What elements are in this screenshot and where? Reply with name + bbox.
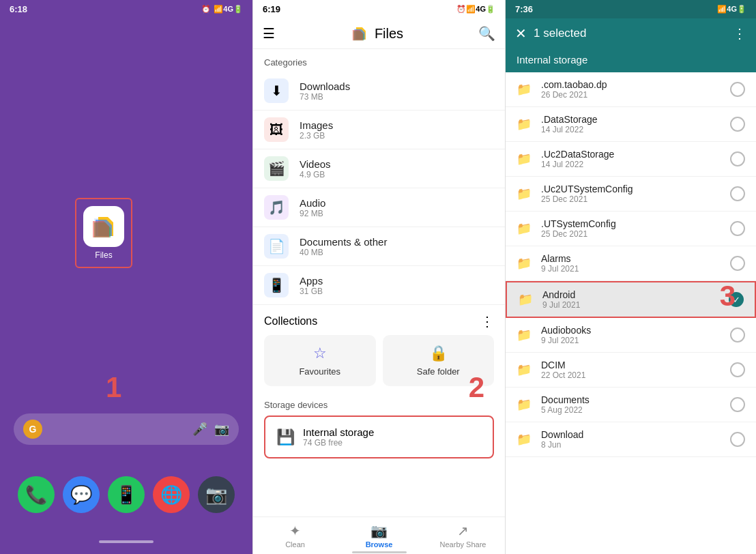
nav-clean[interactable]: ✦ Clean <box>253 523 337 549</box>
status-icons-text: ⏰📶4G🔋 <box>456 5 495 14</box>
collections-section: Collections ⋮ <box>253 305 505 335</box>
documents-icon: 📄 <box>264 234 289 259</box>
storage-section: Storage devices 💾 Internal storage 74 GB… <box>253 394 505 464</box>
lens-icon[interactable]: 📷 <box>214 422 229 437</box>
search-action-icons: 🎤 📷 <box>192 422 229 437</box>
apps-size: 31 GB <box>300 287 494 296</box>
files-title-text: Files <box>375 26 403 42</box>
android-info: Android 9 Jul 2021 <box>542 289 719 310</box>
alarms-date: 9 Jul 2021 <box>541 264 721 274</box>
folder-icon-audiobooks: 📁 <box>517 327 532 342</box>
dock-messages[interactable]: 💬 <box>63 476 100 513</box>
selected-count: 1 selected <box>534 27 726 40</box>
videos-name: Videos <box>300 158 494 170</box>
uc2datastorage-name: .Uc2DataStorage <box>541 149 721 160</box>
favourites-card[interactable]: ☆ Favourites <box>264 335 376 386</box>
dcim-name: DCIM <box>541 360 721 370</box>
category-documents[interactable]: 📄 Documents & other 40 MB <box>253 227 505 266</box>
folder-documents[interactable]: 📁 Documents 5 Aug 2022 <box>506 388 756 422</box>
internal-storage-toolbar: ✕ 1 selected ⋮ <box>506 18 756 48</box>
folder-datastorage[interactable]: 📁 .DataStorage 14 Jul 2022 <box>506 107 756 142</box>
folder-taobao[interactable]: 📁 .com.taobao.dp 26 Dec 2021 <box>506 72 756 107</box>
more-options-icon[interactable]: ⋮ <box>733 25 746 42</box>
radio-datastorage[interactable] <box>730 117 745 132</box>
folder-uc2datastorage[interactable]: 📁 .Uc2DataStorage 14 Jul 2022 <box>506 142 756 177</box>
folder-icon-alarms: 📁 <box>517 256 532 271</box>
nav-nearby-share[interactable]: ↗ Nearby Share <box>421 523 505 549</box>
category-downloads[interactable]: ⬇ Downloads 73 MB <box>253 72 505 111</box>
close-icon[interactable]: ✕ <box>515 25 527 42</box>
folder-uc2utsystemconfig[interactable]: 📁 .Uc2UTSystemConfig 25 Dec 2021 <box>506 177 756 212</box>
collections-header-text: Collections <box>264 315 317 327</box>
dock-whatsapp[interactable]: 📱 <box>108 476 145 513</box>
utsystemconfig-name: .UTSystemConfig <box>541 218 721 229</box>
apps-icon: 📱 <box>264 273 289 297</box>
status-bar-1: 6:18 ⏰ 📶4G🔋 <box>0 0 252 18</box>
nav-browse[interactable]: 📷 Browse <box>337 523 421 549</box>
time-1: 6:18 <box>10 4 27 14</box>
dock-camera[interactable]: 📷 <box>198 476 235 513</box>
folder-dcim[interactable]: 📁 DCIM 22 Oct 2021 <box>506 353 756 388</box>
category-videos[interactable]: 🎬 Videos 4.9 GB <box>253 149 505 188</box>
radio-alarms[interactable] <box>730 256 745 271</box>
dock-phone[interactable]: 📞 <box>18 476 55 513</box>
hamburger-icon[interactable]: ☰ <box>263 25 275 42</box>
internal-storage-screen: 7:36 📶4G🔋 ✕ 1 selected ⋮ Internal storag… <box>505 0 756 554</box>
folder-android[interactable]: 📁 Android 9 Jul 2021 <box>506 281 756 318</box>
radio-documents[interactable] <box>730 397 745 412</box>
search-bar[interactable]: G 🎤 📷 <box>14 413 239 445</box>
folder-icon-documents: 📁 <box>517 397 532 412</box>
radio-download[interactable] <box>730 432 745 447</box>
folder-download[interactable]: 📁 Download 8 Jun <box>506 422 756 457</box>
status-icons-1: ⏰ 📶4G🔋 <box>201 5 243 14</box>
nearby-share-label: Nearby Share <box>440 540 486 549</box>
files-app-icon[interactable] <box>83 206 124 247</box>
category-apps[interactable]: 📱 Apps 31 GB <box>253 266 505 305</box>
time-3: 7:36 <box>515 4 533 14</box>
storage-name: Internal storage <box>303 426 374 438</box>
collections-row: ☆ Favourites 🔒 Safe folder <box>253 335 505 394</box>
dock: 📞 💬 📱 🌐 📷 <box>14 476 239 513</box>
folder-utsystemconfig[interactable]: 📁 .UTSystemConfig 25 Dec 2021 <box>506 212 756 246</box>
google-logo: G <box>23 420 42 439</box>
files-screen: 6:19 ⏰📶4G🔋 ☰ Files 🔍 Categories ⬇ Downlo… <box>252 0 505 554</box>
files-app-label: Files <box>95 250 112 260</box>
documents-size: 40 MB <box>300 248 494 257</box>
radio-utsystemconfig[interactable] <box>730 221 745 236</box>
collections-more-icon[interactable]: ⋮ <box>480 313 494 330</box>
radio-uc2utsystemconfig[interactable] <box>730 186 745 201</box>
files-logo-small <box>350 24 369 43</box>
clean-icon: ✦ <box>289 523 301 539</box>
radio-uc2datastorage[interactable] <box>730 151 745 166</box>
home-indicator-1 <box>99 540 154 543</box>
step-label-1: 1 <box>106 371 121 404</box>
status-icons-2: ⏰📶4G🔋 <box>456 5 495 14</box>
audiobooks-name: Audiobooks <box>541 325 721 336</box>
download-date: 8 Jun <box>541 440 721 450</box>
uc2utsystemconfig-date: 25 Dec 2021 <box>541 194 721 204</box>
radio-audiobooks[interactable] <box>730 327 745 342</box>
folder-alarms[interactable]: 📁 Alarms 9 Jul 2021 <box>506 246 756 281</box>
downloads-size: 73 MB <box>300 92 494 102</box>
storage-header: Storage devices <box>264 400 494 410</box>
android-date: 9 Jul 2021 <box>542 300 719 310</box>
audio-size: 92 MB <box>300 209 494 218</box>
category-images[interactable]: 🖼 Images 2.3 GB <box>253 111 505 149</box>
files-app-container[interactable]: Files <box>75 198 132 268</box>
radio-taobao[interactable] <box>730 82 745 97</box>
folder-icon-datastorage: 📁 <box>517 117 532 132</box>
datastorage-info: .DataStorage 14 Jul 2022 <box>541 114 721 134</box>
documents-folder-info: Documents 5 Aug 2022 <box>541 394 721 415</box>
documents-info: Documents & other 40 MB <box>300 236 494 257</box>
mic-icon[interactable]: 🎤 <box>192 422 207 437</box>
folder-audiobooks[interactable]: 📁 Audiobooks 9 Jul 2021 <box>506 318 756 353</box>
category-audio[interactable]: 🎵 Audio 92 MB <box>253 188 505 227</box>
internal-storage-item[interactable]: 💾 Internal storage 74 GB free <box>264 416 494 458</box>
search-icon[interactable]: 🔍 <box>478 25 495 42</box>
alarms-name: Alarms <box>541 253 721 264</box>
uc2utsystemconfig-info: .Uc2UTSystemConfig 25 Dec 2021 <box>541 184 721 204</box>
dock-chrome[interactable]: 🌐 <box>153 476 190 513</box>
download-info: Download 8 Jun <box>541 429 721 450</box>
alarms-info: Alarms 9 Jul 2021 <box>541 253 721 274</box>
radio-dcim[interactable] <box>730 362 745 377</box>
